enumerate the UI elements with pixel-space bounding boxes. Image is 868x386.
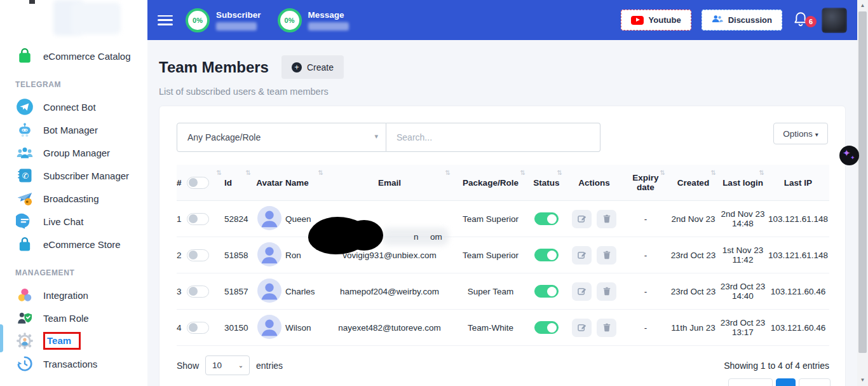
sidebar-item-ecommerce-catalog[interactable]: eCommerce Catalog bbox=[15, 45, 147, 67]
shopping-bag-green-icon bbox=[15, 46, 34, 65]
sidebar-item-live-chat[interactable]: Live Chat bbox=[15, 210, 147, 233]
sidebar-item-group-manager[interactable]: Group Manager bbox=[15, 141, 147, 164]
row-select-toggle[interactable] bbox=[187, 249, 209, 261]
sidebar-item-team[interactable]: Team bbox=[15, 329, 147, 352]
status-toggle[interactable] bbox=[534, 321, 559, 334]
member-id: 51858 bbox=[224, 251, 254, 260]
sort-icon[interactable]: ⇅ bbox=[711, 169, 716, 176]
last-login: 23rd Oct 23 13:17 bbox=[719, 318, 767, 337]
people-group-icon bbox=[15, 143, 34, 162]
col-header-avatar: Avatar bbox=[256, 178, 283, 188]
sparkle-icon: ✦ bbox=[843, 148, 851, 159]
status-toggle[interactable] bbox=[534, 285, 559, 298]
last-ip: 103.121.60.46 bbox=[767, 287, 829, 296]
row-select-toggle[interactable] bbox=[187, 286, 209, 298]
search-input[interactable] bbox=[386, 123, 600, 152]
col-header-status: Status bbox=[533, 178, 559, 188]
trash-icon bbox=[602, 322, 612, 333]
edit-button[interactable] bbox=[572, 319, 592, 337]
status-toggle[interactable] bbox=[534, 249, 559, 261]
last-ip: 103.121.60.46 bbox=[767, 323, 829, 333]
section-title-telegram: TELEGRAM bbox=[15, 80, 147, 89]
delete-button[interactable] bbox=[597, 282, 616, 301]
delete-button[interactable] bbox=[597, 210, 616, 228]
member-name: Wilson bbox=[285, 323, 326, 333]
created-date: 23rd Oct 23 bbox=[668, 251, 719, 260]
member-id: 52824 bbox=[224, 214, 254, 224]
sort-icon[interactable]: ⇅ bbox=[445, 169, 451, 176]
app-window: eCommerce Catalog TELEGRAM Connect Bot B… bbox=[0, 0, 868, 386]
discussion-button[interactable]: Discussion bbox=[702, 10, 782, 31]
row-select-toggle[interactable] bbox=[187, 213, 209, 225]
user-avatar[interactable] bbox=[822, 8, 847, 33]
options-button[interactable]: Options ▾ bbox=[773, 123, 828, 144]
sidebar-item-integration[interactable]: Integration bbox=[15, 284, 147, 307]
hamburger-menu-icon[interactable] bbox=[158, 15, 173, 25]
row-index: 2 bbox=[177, 251, 182, 260]
app-logo-blurred bbox=[53, 0, 122, 36]
package-role-select[interactable]: Any Package/Role ▾ bbox=[177, 123, 386, 152]
entries-label: entries bbox=[256, 361, 283, 371]
previous-page-button[interactable]: Previous bbox=[728, 378, 773, 386]
plus-circle-icon: + bbox=[292, 62, 302, 72]
table-row: 1 52824 Queen n om Team Superior bbox=[177, 201, 829, 237]
sidebar-item-subscriber-manager[interactable]: ✆ Subscriber Manager bbox=[15, 164, 147, 187]
sidebar-item-bot-manager[interactable]: Bot Manager bbox=[15, 118, 147, 141]
sparkle-icon: ✦ bbox=[850, 155, 855, 161]
col-header-id: Id bbox=[224, 178, 232, 188]
sort-icon[interactable]: ⇅ bbox=[660, 169, 665, 176]
delete-button[interactable] bbox=[597, 319, 616, 337]
edit-button[interactable] bbox=[572, 210, 592, 228]
scroll-down-arrow[interactable]: ▼ bbox=[857, 375, 868, 385]
expiry-date: - bbox=[623, 214, 668, 224]
member-id: 30150 bbox=[224, 323, 254, 333]
trash-icon bbox=[602, 286, 612, 296]
youtube-button[interactable]: Youtube bbox=[621, 10, 691, 31]
sidebar-item-ecommerce-store[interactable]: eCommerce Store bbox=[15, 233, 147, 256]
sidebar-item-team-role[interactable]: Team Role bbox=[15, 307, 147, 329]
table-row: 2 51858 Ron vovigig931@unbiex.com Team S… bbox=[177, 237, 829, 273]
sidebar-item-connect-bot[interactable]: Connect Bot bbox=[15, 95, 147, 118]
page-title: Team Members bbox=[159, 59, 269, 76]
member-package: Super Team bbox=[453, 287, 528, 296]
sort-icon[interactable]: ⇅ bbox=[246, 169, 251, 176]
sidebar-item-transactions[interactable]: Transactions bbox=[15, 352, 147, 375]
member-id: 51857 bbox=[224, 287, 254, 296]
page-size-select[interactable]: 10 ⌄ bbox=[205, 355, 250, 375]
member-avatar-icon bbox=[257, 315, 281, 341]
status-toggle[interactable] bbox=[534, 212, 559, 225]
sidebar-item-label: Team Role bbox=[43, 313, 89, 324]
member-email: nayexet482@tutoreve.com bbox=[326, 323, 453, 333]
scrollbar-thumb[interactable] bbox=[858, 11, 867, 353]
history-clock-icon bbox=[15, 354, 34, 373]
next-page-button[interactable]: Next bbox=[799, 378, 831, 386]
last-ip: 103.121.61.148 bbox=[767, 251, 829, 260]
ai-assistant-fab[interactable]: ✦ ✦ bbox=[839, 146, 859, 165]
notification-bell[interactable]: 6 bbox=[792, 11, 811, 30]
caret-down-icon: ▾ bbox=[374, 132, 378, 141]
delete-button[interactable] bbox=[597, 246, 616, 265]
sort-icon[interactable]: ⇅ bbox=[318, 169, 323, 176]
sidebar-item-label: Group Manager bbox=[43, 148, 110, 158]
sort-icon[interactable]: ⇅ bbox=[520, 169, 526, 176]
scroll-up-arrow[interactable]: ▲ bbox=[857, 1, 868, 11]
gear-person-icon bbox=[15, 331, 34, 350]
sort-icon[interactable]: ⇅ bbox=[759, 169, 764, 176]
edit-button[interactable] bbox=[572, 246, 592, 265]
row-select-toggle[interactable] bbox=[187, 322, 209, 334]
sort-icon[interactable]: ⇅ bbox=[557, 169, 562, 176]
sidebar-item-label: Subscriber Manager bbox=[43, 170, 129, 181]
current-page-button[interactable]: 1 bbox=[776, 378, 796, 386]
row-index: 1 bbox=[177, 214, 182, 224]
created-date: 11th Jun 23 bbox=[668, 323, 719, 333]
vertical-scrollbar[interactable]: ▲ ▼ bbox=[857, 0, 868, 386]
edit-button[interactable] bbox=[572, 282, 592, 301]
created-date: 23rd Oct 23 bbox=[668, 287, 719, 296]
select-all-toggle[interactable] bbox=[187, 177, 209, 189]
create-button[interactable]: + Create bbox=[281, 55, 344, 79]
sort-icon[interactable]: ⇅ bbox=[217, 169, 222, 176]
member-name: Charles bbox=[285, 287, 326, 296]
sidebar-item-broadcasting[interactable]: Broadcasting bbox=[15, 187, 147, 210]
chevron-down-icon: ⌄ bbox=[238, 362, 243, 369]
member-avatar-icon bbox=[257, 242, 281, 268]
